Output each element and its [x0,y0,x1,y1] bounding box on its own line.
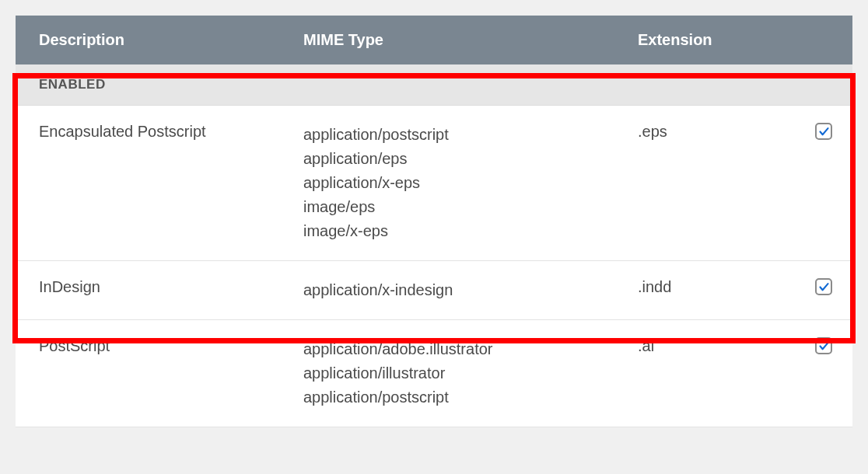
mime-type-value: application/postscript [303,385,638,410]
enable-checkbox[interactable] [815,278,832,295]
cell-extension: .eps [638,123,778,243]
mime-type-value: application/adobe.illustrator [303,337,638,361]
table-header-row: Description MIME Type Extension [16,16,852,64]
cell-extension: .indd [638,278,778,302]
cell-description: Encapsulated Postscript [16,123,303,243]
section-heading-enabled: ENABLED [16,64,852,106]
header-description: Description [16,31,303,49]
mime-type-value: image/eps [303,195,638,219]
cell-description: PostScript [16,337,303,410]
cell-description: InDesign [16,278,303,302]
cell-checkbox [778,337,852,410]
mime-types-table: Description MIME Type Extension ENABLED … [16,16,852,427]
header-checkbox-spacer [778,31,852,49]
cell-checkbox [778,278,852,302]
cell-checkbox [778,123,852,243]
header-mime-type: MIME Type [303,31,638,49]
mime-type-value: image/x-eps [303,219,638,243]
table-row: PostScriptapplication/adobe.illustratora… [16,320,852,427]
table-row: InDesignapplication/x-indesign.indd [16,261,852,320]
enable-checkbox[interactable] [815,123,832,140]
mime-type-value: application/eps [303,147,638,171]
mime-type-value: application/illustrator [303,361,638,385]
cell-extension: .ai [638,337,778,410]
mime-type-value: application/x-eps [303,171,638,195]
cell-mime-types: application/x-indesign [303,278,638,302]
mime-type-value: application/postscript [303,123,638,147]
checkmark-icon [818,340,830,352]
table-row: Encapsulated Postscriptapplication/posts… [16,106,852,261]
checkmark-icon [818,281,830,293]
enable-checkbox[interactable] [815,337,832,354]
cell-mime-types: application/postscriptapplication/epsapp… [303,123,638,243]
mime-type-value: application/x-indesign [303,278,638,302]
cell-mime-types: application/adobe.illustratorapplication… [303,337,638,410]
header-extension: Extension [638,31,778,49]
checkmark-icon [818,126,830,138]
